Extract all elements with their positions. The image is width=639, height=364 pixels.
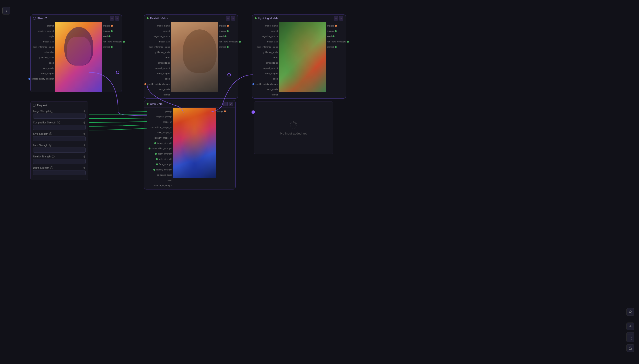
pixart-content: prompt negative_prompt style image_size … bbox=[30, 22, 122, 92]
field-depth-strength: Depth Strength i 🗑 0.3 bbox=[33, 166, 86, 175]
pixart-timings-dot bbox=[111, 30, 112, 32]
l-nsfw-dot bbox=[347, 41, 349, 43]
port-seed-out: seed bbox=[103, 35, 111, 38]
realistic-image bbox=[171, 22, 218, 92]
delete-image-strength[interactable]: 🗑 bbox=[83, 110, 86, 112]
o-comp-str-dot bbox=[148, 148, 150, 150]
delete-depth-strength[interactable]: 🗑 bbox=[83, 166, 86, 169]
port-num-images: num_images bbox=[41, 72, 54, 75]
port-nsfw-out: has_nsfw_concepts bbox=[103, 40, 125, 44]
input-comp-strength[interactable]: 1 bbox=[33, 125, 86, 130]
port-prompt-out: prompt bbox=[103, 45, 112, 49]
l-port-model: model_name bbox=[265, 24, 278, 28]
o-port-style-strength: style_strength bbox=[156, 158, 172, 161]
o-port-num-images: number_of_images bbox=[154, 184, 172, 187]
o-port-seed: seed bbox=[167, 179, 172, 182]
pixart-expand-btn[interactable]: ⤢ bbox=[115, 16, 119, 20]
realistic-title: Realistic Vision bbox=[150, 17, 168, 20]
r-port-seed-out: seed bbox=[219, 35, 227, 38]
l-port-num: num_images bbox=[265, 72, 278, 75]
back-icon: ‹ bbox=[6, 8, 7, 13]
eye-off-btn[interactable] bbox=[626, 308, 634, 316]
pixart-header-left: PixArt-Σ bbox=[33, 17, 47, 20]
lightning-header: Lightning Models — ⤢ bbox=[252, 15, 346, 22]
pixart-nsfw-dot bbox=[123, 41, 125, 43]
r-nsfw-dot bbox=[239, 41, 241, 43]
input-style-strength[interactable]: 1 bbox=[33, 136, 86, 141]
l-port-steps: num_inference_steps bbox=[257, 45, 278, 49]
o-depth-str-dot bbox=[155, 153, 157, 155]
realistic-actions: — ⤢ bbox=[226, 16, 235, 20]
r-port-size: image_size bbox=[159, 40, 170, 44]
omni-actions: — ⤢ bbox=[223, 102, 233, 106]
back-button[interactable]: ‹ bbox=[2, 7, 10, 14]
input-identity-strength[interactable]: 1 bbox=[33, 159, 86, 164]
result-loading-icon bbox=[289, 120, 298, 129]
pixart-seed-dot bbox=[108, 36, 110, 37]
l-port-neg: negative_prompt bbox=[262, 35, 278, 38]
l-port-emb: embeddings bbox=[266, 61, 278, 64]
lightning-actions: — ⤢ bbox=[334, 16, 343, 20]
conn-req-face-strength bbox=[89, 122, 146, 122]
port-style: style bbox=[49, 35, 54, 38]
r-port-steps: num_inference_steps bbox=[149, 45, 170, 49]
omni-ports-right: image bbox=[216, 108, 235, 189]
o-port-comp-strength: composition_strength bbox=[148, 147, 172, 150]
field-actions-depth: 🗑 bbox=[83, 166, 86, 169]
result-panel: No input added yet bbox=[254, 101, 333, 154]
conn-req-identity-strength bbox=[89, 125, 146, 126]
delete-identity-strength[interactable]: 🗑 bbox=[83, 155, 86, 158]
request-icon bbox=[33, 104, 36, 106]
realistic-header: Realistic Vision — ⤢ bbox=[144, 15, 238, 22]
l-port-images-out: images bbox=[327, 24, 337, 28]
o-port-identity-strength: identity_strength bbox=[153, 168, 172, 172]
input-image-strength[interactable]: 0.65 bbox=[33, 114, 86, 118]
field-actions-comp: 🗑 bbox=[83, 121, 86, 124]
o-port-comp-url: composition_image_url bbox=[150, 126, 172, 129]
o-port-prompt: prompt bbox=[166, 110, 172, 113]
port-images-out: images bbox=[103, 24, 113, 28]
request-header: Request bbox=[33, 104, 86, 107]
input-face-strength[interactable]: 1 bbox=[33, 148, 86, 152]
conn-req-depth-strength bbox=[89, 128, 146, 130]
field-label-identity-strength: Identity Strength i 🗑 bbox=[33, 155, 86, 158]
omni-title: Omni Zero bbox=[150, 102, 162, 105]
delete-comp-strength[interactable]: 🗑 bbox=[83, 121, 86, 124]
o-img-str-dot bbox=[154, 142, 156, 144]
omni-minimize-btn[interactable]: — bbox=[223, 102, 228, 106]
field-actions-identity: 🗑 bbox=[83, 155, 86, 158]
realistic-expand-btn[interactable]: ⤢ bbox=[231, 16, 235, 20]
bottom-right-controls bbox=[626, 308, 634, 316]
l-port-loras: loras bbox=[273, 56, 278, 59]
l-port-sync: sync_mode bbox=[267, 88, 278, 91]
o-port-face-strength: face_strength bbox=[156, 163, 172, 166]
r-seed-dot bbox=[224, 36, 226, 37]
info-icon-comp-strength: i bbox=[57, 121, 60, 124]
lightning-header-left: Lightning Models bbox=[255, 17, 278, 20]
lightning-title: Lightning Models bbox=[258, 17, 278, 20]
omni-header: Omni Zero — ⤢ bbox=[144, 100, 235, 108]
zoom-in-btn[interactable]: + bbox=[626, 322, 634, 330]
input-depth-strength[interactable]: 0.3 bbox=[33, 170, 86, 175]
l-port-prompt: prompt bbox=[271, 30, 278, 33]
r-port-format: format bbox=[164, 93, 170, 96]
o-port-guidance: guidance_scale bbox=[157, 173, 172, 177]
delete-style-strength[interactable]: 🗑 bbox=[83, 132, 86, 135]
omni-ports-left: prompt negative_prompt image_url composi… bbox=[144, 108, 173, 189]
r-images-dot bbox=[227, 25, 229, 27]
realistic-minimize-btn[interactable]: — bbox=[226, 16, 230, 20]
o-port-identity-url: identity_image_url bbox=[154, 136, 172, 140]
lightning-expand-btn[interactable]: ⤢ bbox=[339, 16, 343, 20]
l-port-seed-out: seed bbox=[327, 35, 335, 38]
delete-face-strength[interactable]: 🗑 bbox=[83, 144, 86, 146]
lightning-minimize-btn[interactable]: — bbox=[334, 16, 338, 20]
lock-btn[interactable] bbox=[626, 344, 634, 352]
realistic-ports-left: model_name prompt negative_prompt image_… bbox=[144, 22, 171, 98]
no-input-text: No input added yet bbox=[280, 132, 306, 135]
r-port-nsfw-out: has_nsfw_concepts bbox=[219, 40, 241, 44]
fit-btn[interactable] bbox=[626, 334, 634, 342]
omni-expand-btn[interactable]: ⤢ bbox=[228, 102, 233, 106]
info-icon-depth-strength: i bbox=[50, 166, 53, 169]
o-face-str-dot bbox=[156, 164, 158, 165]
pixart-minimize-btn[interactable]: — bbox=[110, 16, 114, 20]
